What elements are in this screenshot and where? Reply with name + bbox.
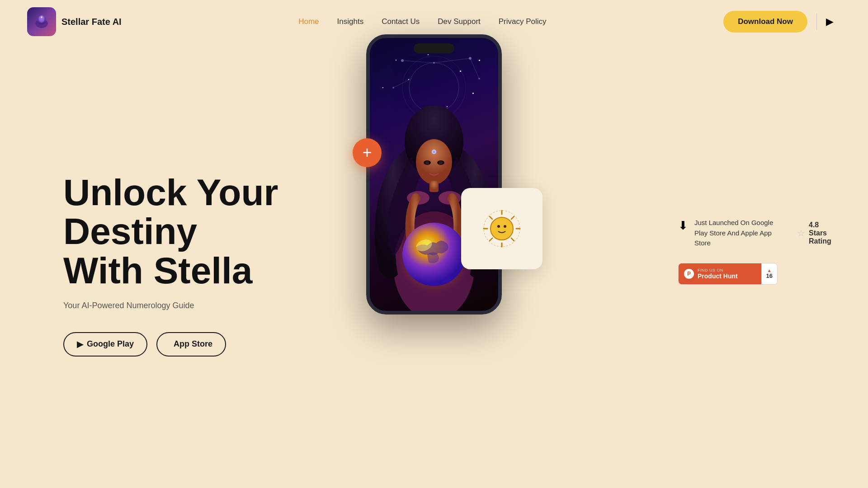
phone-container: + — [366, 34, 502, 314]
left-section: Unlock Your Destiny With Stella Your AI-… — [63, 173, 280, 356]
download-button[interactable]: Download Now — [723, 11, 807, 33]
svg-point-3 — [41, 16, 42, 18]
launch-text: Just Launched On Google Play Store And A… — [694, 218, 779, 249]
svg-point-11 — [433, 62, 435, 64]
store-buttons: ▶ Google Play App Store — [63, 332, 280, 357]
header-store-icons: ▶ — [826, 16, 841, 28]
rating-text: 4.8 Stars Rating — [809, 221, 832, 245]
logo-image — [27, 7, 56, 36]
product-hunt-main-text: Product Hunt — [698, 272, 738, 280]
svg-line-7 — [434, 58, 470, 63]
plus-button[interactable]: + — [353, 138, 382, 167]
right-section: ⬇ Just Launched On Google Play Store And… — [678, 218, 832, 285]
floating-sun-card — [461, 188, 542, 269]
logo-area[interactable]: Stellar Fate AI — [27, 7, 122, 36]
android-icon[interactable]: ▶ — [826, 16, 834, 28]
main-content: Unlock Your Destiny With Stella Your AI-… — [0, 43, 868, 486]
main-nav: Home Insights Contact Us Dev Support Pri… — [298, 17, 546, 26]
app-store-button[interactable]: App Store — [156, 332, 226, 357]
launch-item-rating: ☆ 4.8 Stars Rating — [797, 218, 832, 249]
nav-home[interactable]: Home — [298, 17, 319, 26]
svg-point-12 — [469, 57, 472, 60]
phone-frame — [366, 34, 502, 314]
svg-point-23 — [425, 161, 429, 164]
hero-title: Unlock Your Destiny With Stella — [63, 173, 280, 290]
svg-line-40 — [490, 216, 492, 219]
svg-line-43 — [490, 238, 492, 241]
google-play-label: Google Play — [87, 339, 134, 349]
launch-info: ⬇ Just Launched On Google Play Store And… — [678, 218, 832, 249]
svg-point-24 — [439, 161, 443, 164]
phone-notch — [414, 43, 454, 53]
svg-line-6 — [402, 61, 434, 63]
svg-point-33 — [491, 217, 513, 240]
svg-line-42 — [511, 216, 514, 219]
header-right: Download Now ▶ — [723, 11, 841, 33]
svg-point-34 — [497, 225, 500, 228]
svg-point-10 — [401, 59, 404, 62]
nav-contact[interactable]: Contact Us — [382, 17, 420, 26]
sun-symbol-svg — [479, 206, 524, 251]
product-hunt-count: ▲ 16 — [761, 263, 777, 284]
star-rating-icon: ☆ — [797, 228, 805, 239]
google-play-icon: ▶ — [77, 339, 83, 349]
launch-item-stores: ⬇ Just Launched On Google Play Store And… — [678, 218, 779, 249]
svg-point-18 — [416, 139, 452, 184]
hero-subtitle: Your AI-Powered Numerology Guide — [63, 301, 280, 310]
product-hunt-find-text: FIND US ON — [698, 268, 738, 272]
product-hunt-logo: P — [684, 269, 694, 279]
nav-privacy[interactable]: Privacy Policy — [499, 17, 547, 26]
product-hunt-text-area: FIND US ON Product Hunt — [698, 268, 738, 280]
product-hunt-left: P FIND US ON Product Hunt — [679, 263, 761, 284]
phone-section: + — [366, 34, 502, 314]
nav-dev-support[interactable]: Dev Support — [438, 17, 481, 26]
download-icon: ⬇ — [678, 219, 688, 233]
svg-line-41 — [511, 238, 514, 241]
svg-point-20 — [433, 150, 435, 153]
header-divider — [816, 14, 817, 30]
app-store-label: App Store — [174, 339, 212, 349]
nav-insights[interactable]: Insights — [337, 17, 364, 26]
svg-point-35 — [504, 225, 506, 228]
phone-screen — [370, 38, 498, 311]
logo-text: Stellar Fate AI — [61, 17, 122, 27]
google-play-button[interactable]: ▶ Google Play — [63, 332, 147, 357]
product-hunt-number: 16 — [766, 273, 773, 279]
product-hunt-badge[interactable]: P FIND US ON Product Hunt ▲ 16 — [678, 263, 778, 285]
svg-rect-25 — [429, 181, 439, 192]
